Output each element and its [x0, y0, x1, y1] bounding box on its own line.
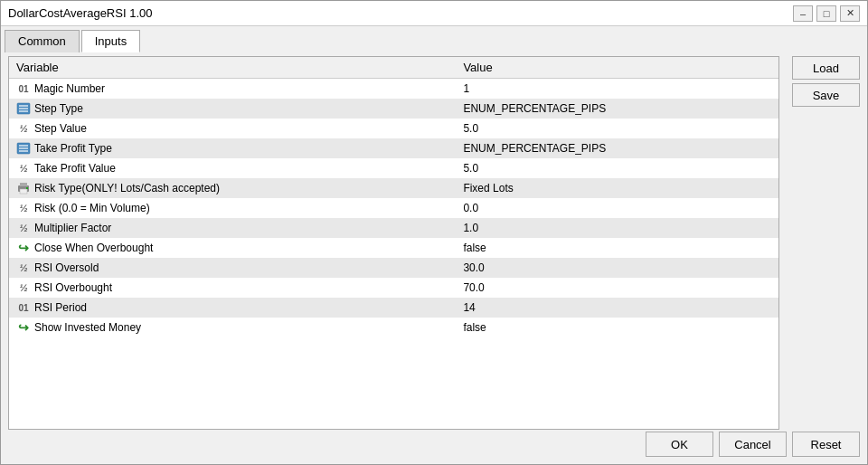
- table-row[interactable]: ½RSI Overbought70.0: [9, 278, 778, 298]
- main-body: Variable Value 01Magic Number1 Step Type…: [1, 52, 867, 432]
- parameters-table: Variable Value 01Magic Number1 Step Type…: [9, 57, 778, 337]
- variable-cell: Risk Type(ONLY! Lots/Cash accepted): [9, 178, 456, 198]
- arrow-icon: ↪: [16, 241, 31, 255]
- fraction-icon: ½: [16, 261, 31, 275]
- table-row[interactable]: ↪Show Invested Moneyfalse: [9, 318, 778, 337]
- close-button[interactable]: ✕: [840, 5, 860, 22]
- value-cell[interactable]: 0.0: [456, 198, 778, 218]
- fraction-icon: ½: [16, 121, 31, 136]
- variable-cell: ↪Close When Overbought: [9, 238, 456, 258]
- value-cell[interactable]: false: [456, 318, 778, 337]
- table-row[interactable]: ½Take Profit Value5.0: [9, 158, 778, 178]
- table-row[interactable]: ½Risk (0.0 = Min Volume)0.0: [9, 198, 778, 218]
- value-cell[interactable]: 14: [456, 298, 778, 318]
- fraction-icon: ½: [16, 161, 31, 176]
- fraction-icon: ½: [16, 280, 31, 295]
- cancel-button[interactable]: Cancel: [719, 432, 787, 457]
- variable-cell: ½Take Profit Value: [9, 158, 456, 178]
- main-window: DollarCostAverageRSI 1.00 – □ ✕ Common I…: [0, 0, 868, 465]
- col-value-header: Value: [456, 57, 778, 79]
- parameters-table-container: Variable Value 01Magic Number1 Step Type…: [8, 56, 779, 430]
- variable-cell: ↪Show Invested Money: [9, 318, 456, 337]
- fraction-icon: ½: [16, 201, 31, 215]
- svg-rect-9: [20, 183, 27, 186]
- table-row[interactable]: ↪Close When Overboughtfalse: [9, 238, 778, 258]
- ok-button[interactable]: OK: [646, 432, 713, 457]
- variable-cell: 01RSI Period: [9, 298, 456, 318]
- integer-icon: 01: [16, 81, 31, 96]
- table-row[interactable]: ½Step Value5.0: [9, 119, 778, 138]
- fraction-icon: ½: [16, 221, 31, 235]
- window-title: DollarCostAverageRSI 1.00: [8, 6, 152, 20]
- table-row[interactable]: Step TypeENUM_PERCENTAGE_PIPS: [9, 99, 778, 119]
- load-button[interactable]: Load: [792, 56, 860, 80]
- value-cell[interactable]: ENUM_PERCENTAGE_PIPS: [456, 99, 778, 119]
- variable-cell: ½RSI Overbought: [9, 278, 456, 298]
- side-buttons: Load Save: [792, 56, 860, 430]
- svg-rect-10: [20, 189, 27, 194]
- table-row[interactable]: 01Magic Number1: [9, 79, 778, 100]
- value-cell[interactable]: 30.0: [456, 258, 778, 278]
- reset-button[interactable]: Reset: [792, 432, 860, 457]
- variable-cell: ½Step Value: [9, 119, 456, 138]
- tab-inputs[interactable]: Inputs: [81, 30, 140, 52]
- value-cell[interactable]: 70.0: [456, 278, 778, 298]
- arrow-icon: ↪: [16, 320, 31, 335]
- enum-icon: [16, 101, 31, 116]
- svg-point-11: [26, 187, 28, 189]
- value-cell[interactable]: 1: [456, 79, 778, 100]
- variable-cell: Step Type: [9, 99, 456, 119]
- table-row[interactable]: ½Multiplier Factor1.0: [9, 218, 778, 238]
- variable-cell: ½Risk (0.0 = Min Volume): [9, 198, 456, 218]
- table-row[interactable]: Risk Type(ONLY! Lots/Cash accepted)Fixed…: [9, 178, 778, 198]
- variable-cell: ½Multiplier Factor: [9, 218, 456, 238]
- title-bar: DollarCostAverageRSI 1.00 – □ ✕: [1, 1, 867, 26]
- bottom-bar: OK Cancel Reset: [1, 432, 867, 464]
- maximize-button[interactable]: □: [816, 5, 836, 22]
- value-cell[interactable]: false: [456, 238, 778, 258]
- variable-cell: ½RSI Oversold: [9, 258, 456, 278]
- value-cell[interactable]: ENUM_PERCENTAGE_PIPS: [456, 138, 778, 158]
- save-button[interactable]: Save: [792, 83, 860, 107]
- tab-common[interactable]: Common: [5, 30, 80, 52]
- value-cell[interactable]: 5.0: [456, 119, 778, 138]
- tab-bar: Common Inputs: [1, 26, 867, 52]
- value-cell[interactable]: 5.0: [456, 158, 778, 178]
- table-row[interactable]: Take Profit TypeENUM_PERCENTAGE_PIPS: [9, 138, 778, 158]
- printer-icon: [16, 181, 31, 195]
- variable-cell: Take Profit Type: [9, 138, 456, 158]
- table-row[interactable]: ½RSI Oversold30.0: [9, 258, 778, 278]
- title-controls: – □ ✕: [793, 5, 860, 22]
- col-variable-header: Variable: [9, 57, 456, 79]
- enum-icon: [16, 141, 31, 156]
- variable-cell: 01Magic Number: [9, 79, 456, 100]
- value-cell[interactable]: 1.0: [456, 218, 778, 238]
- minimize-button[interactable]: –: [793, 5, 813, 22]
- table-row[interactable]: 01RSI Period14: [9, 298, 778, 318]
- integer-icon: 01: [16, 300, 31, 315]
- value-cell[interactable]: Fixed Lots: [456, 178, 778, 198]
